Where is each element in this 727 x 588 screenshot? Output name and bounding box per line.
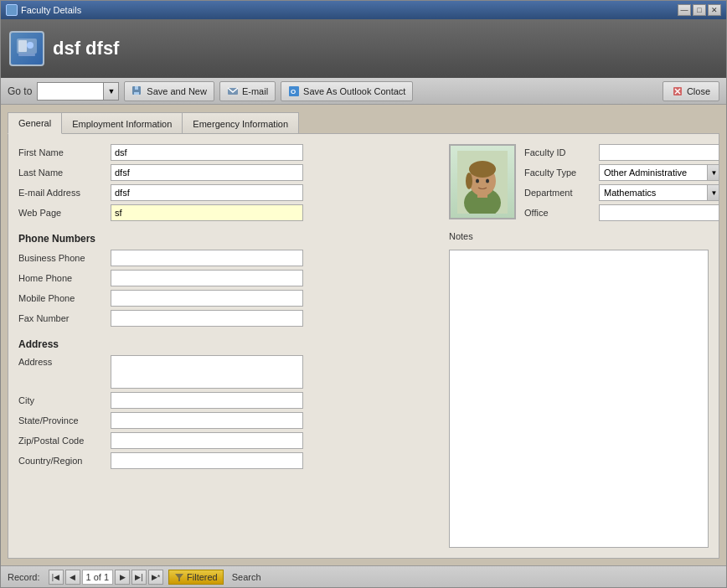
- form-panel: First Name Last Name E-mail Address Web …: [8, 133, 719, 559]
- office-row: Office: [524, 204, 719, 221]
- mobile-phone-input[interactable]: [111, 290, 303, 307]
- first-name-input[interactable]: [111, 144, 303, 161]
- department-value: Mathematics: [601, 188, 707, 198]
- city-label: City: [18, 395, 111, 405]
- faculty-svg-icon: [15, 37, 39, 60]
- business-phone-input[interactable]: [111, 250, 303, 266]
- save-outlook-button[interactable]: O Save As Outlook Contact: [281, 81, 413, 101]
- address-section-title: Address: [18, 338, 436, 350]
- filtered-label: Filtered: [187, 572, 218, 582]
- faculty-id-row: Faculty ID: [524, 144, 719, 161]
- close-title-button[interactable]: ✕: [708, 4, 721, 16]
- country-input[interactable]: [111, 452, 303, 469]
- webpage-row: Web Page: [18, 204, 436, 221]
- filter-icon: [174, 572, 184, 582]
- last-name-input[interactable]: [111, 164, 303, 181]
- svg-point-20: [486, 178, 489, 183]
- new-record-button[interactable]: ▶*: [148, 570, 163, 585]
- app-icon: [6, 4, 18, 16]
- next-record-button[interactable]: ▶: [115, 570, 130, 585]
- fax-label: Fax Number: [18, 313, 111, 323]
- save-new-button[interactable]: Save and New: [124, 81, 214, 101]
- prev-record-button[interactable]: ◀: [65, 570, 80, 585]
- faculty-id-label: Faculty ID: [524, 147, 596, 157]
- email-address-input[interactable]: [111, 184, 303, 201]
- svg-rect-3: [18, 54, 35, 56]
- tab-employment[interactable]: Employment Information: [62, 112, 183, 134]
- form-right: Faculty ID Faculty Type Other Administra…: [449, 144, 709, 548]
- email-address-label: E-mail Address: [18, 188, 111, 198]
- person-avatar: [457, 151, 508, 214]
- zip-label: Zip/Postal Code: [18, 436, 111, 446]
- save-new-label: Save and New: [147, 86, 207, 96]
- form-layout: First Name Last Name E-mail Address Web …: [18, 144, 709, 548]
- search-button[interactable]: Search: [229, 572, 265, 582]
- svg-point-19: [476, 178, 479, 183]
- faculty-fields: Faculty ID Faculty Type Other Administra…: [524, 144, 719, 221]
- goto-input[interactable]: [37, 82, 104, 101]
- form-left: First Name Last Name E-mail Address Web …: [18, 144, 436, 548]
- svg-point-2: [27, 42, 34, 49]
- save-new-icon: [131, 85, 143, 97]
- outlook-icon: O: [288, 85, 300, 97]
- email-icon: [227, 85, 239, 97]
- home-phone-input[interactable]: [111, 270, 303, 286]
- webpage-input[interactable]: [111, 204, 303, 221]
- mobile-phone-label: Mobile Phone: [18, 293, 111, 303]
- state-input[interactable]: [111, 412, 303, 429]
- department-arrow[interactable]: ▼: [707, 185, 719, 200]
- notes-label: Notes: [449, 231, 709, 241]
- first-record-button[interactable]: |◀: [49, 570, 64, 585]
- phone-section-title: Phone Numbers: [18, 233, 436, 245]
- goto-dropdown-arrow[interactable]: ▼: [104, 82, 119, 101]
- mobile-phone-row: Mobile Phone: [18, 290, 436, 307]
- close-label: Close: [687, 86, 710, 96]
- filtered-badge: Filtered: [168, 570, 224, 585]
- home-phone-label: Home Phone: [18, 273, 111, 283]
- main-window: Faculty Details — □ ✕ dsf dfsf Go to ▼: [0, 0, 727, 588]
- faculty-photo: [449, 144, 516, 219]
- email-row: E-mail Address: [18, 184, 436, 201]
- faculty-type-arrow[interactable]: ▼: [707, 165, 719, 180]
- state-row: State/Province: [18, 412, 436, 429]
- address-input[interactable]: [111, 355, 303, 389]
- header-bar: dsf dfsf: [1, 19, 726, 78]
- email-button[interactable]: E-mail: [219, 81, 276, 101]
- last-name-row: Last Name: [18, 164, 436, 181]
- svg-rect-6: [135, 86, 138, 90]
- svg-rect-5: [134, 92, 139, 95]
- toolbar: Go to ▼ Save and New E-mail O Save As Ou…: [1, 78, 726, 105]
- goto-dropdown[interactable]: ▼: [37, 82, 119, 101]
- svg-rect-1: [18, 40, 27, 52]
- notes-textarea[interactable]: [449, 250, 709, 548]
- country-label: Country/Region: [18, 456, 111, 466]
- record-label: Record:: [8, 572, 40, 582]
- country-row: Country/Region: [18, 452, 436, 469]
- tab-emergency[interactable]: Emergency Information: [183, 112, 299, 134]
- faculty-type-value: Other Administrative: [601, 168, 707, 178]
- right-top: Faculty ID Faculty Type Other Administra…: [449, 144, 709, 224]
- restore-button[interactable]: □: [693, 4, 706, 16]
- zip-input[interactable]: [111, 432, 303, 449]
- header-title: dsf dfsf: [53, 38, 718, 59]
- city-input[interactable]: [111, 392, 303, 409]
- svg-point-17: [469, 161, 496, 178]
- department-select[interactable]: Mathematics ▼: [599, 184, 719, 201]
- address-row: Address: [18, 355, 436, 389]
- zip-row: Zip/Postal Code: [18, 432, 436, 449]
- status-bar: Record: |◀ ◀ 1 of 1 ▶ ▶| ▶* Filtered Sea…: [1, 565, 726, 587]
- minimize-button[interactable]: —: [678, 4, 691, 16]
- faculty-id-input[interactable]: [599, 144, 719, 161]
- fax-input[interactable]: [111, 310, 303, 327]
- record-counter: 1 of 1: [82, 570, 114, 585]
- last-record-button[interactable]: ▶|: [131, 570, 147, 585]
- webpage-label: Web Page: [18, 208, 111, 218]
- office-input[interactable]: [599, 204, 719, 221]
- home-phone-row: Home Phone: [18, 270, 436, 286]
- tab-general[interactable]: General: [8, 112, 62, 134]
- record-navigation: |◀ ◀ 1 of 1 ▶ ▶| ▶*: [49, 570, 164, 585]
- faculty-type-select[interactable]: Other Administrative ▼: [599, 164, 719, 181]
- first-name-label: First Name: [18, 147, 111, 157]
- close-button[interactable]: Close: [663, 81, 719, 101]
- last-name-label: Last Name: [18, 168, 111, 178]
